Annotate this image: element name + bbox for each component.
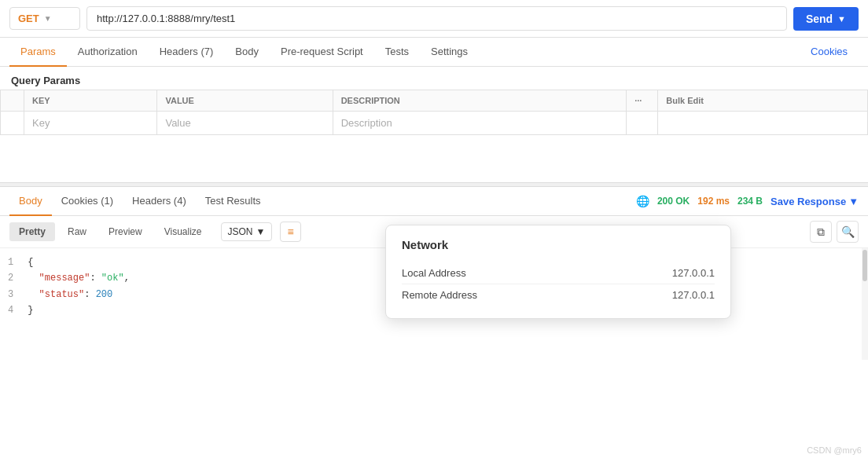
watermark: CSDN @mry6 (807, 445, 862, 455)
url-input[interactable] (86, 6, 787, 31)
key-placeholder[interactable]: Key (24, 112, 157, 135)
params-table: KEY VALUE DESCRIPTION ··· Bulk Edit Key … (0, 90, 868, 135)
tab-authorization[interactable]: Authorization (67, 38, 149, 67)
method-label: GET (18, 13, 39, 24)
save-response-chevron-icon: ▼ (848, 196, 859, 207)
url-bar: GET ▼ Send ▼ (0, 0, 868, 38)
response-tab-headers[interactable]: Headers (4) (123, 187, 196, 216)
col-description: DESCRIPTION (333, 90, 627, 112)
tab-params[interactable]: Params (9, 38, 67, 67)
status-size: 234 B (737, 196, 763, 207)
status-ok: 200 OK (657, 196, 690, 207)
remote-address-label: Remote Address (402, 289, 477, 301)
request-tabs-row: Params Authorization Headers (7) Body Pr… (0, 38, 868, 67)
col-key: KEY (24, 90, 157, 112)
json-label: JSON (228, 226, 253, 237)
tab-tests[interactable]: Tests (374, 38, 420, 67)
response-tab-cookies[interactable]: Cookies (1) (52, 187, 123, 216)
save-response-button[interactable]: Save Response ▼ (771, 196, 859, 207)
network-row-local: Local Address 127.0.0.1 (402, 262, 715, 284)
response-area: Body Cookies (1) Headers (4) Test Result… (0, 187, 868, 360)
send-chevron-icon: ▼ (837, 14, 846, 24)
tab-headers[interactable]: Headers (7) (149, 38, 225, 67)
status-time: 192 ms (697, 196, 730, 207)
send-button[interactable]: Send ▼ (793, 7, 859, 31)
local-address-value: 127.0.0.1 (672, 267, 715, 279)
response-tab-testresults[interactable]: Test Results (196, 187, 270, 216)
tab-cookies[interactable]: Cookies (800, 38, 859, 67)
format-preview-button[interactable]: Preview (99, 222, 152, 241)
send-label: Send (806, 13, 833, 25)
query-params-label: Query Params (0, 67, 868, 90)
local-address-label: Local Address (402, 267, 466, 279)
filter-button[interactable]: ≡ (280, 222, 300, 242)
response-body-actions: ⧉ 🔍 (810, 221, 859, 243)
tab-prerequest[interactable]: Pre-request Script (270, 38, 374, 67)
search-button[interactable]: 🔍 (837, 221, 859, 243)
response-status-area: 🌐 200 OK 192 ms 234 B Save Response ▼ (636, 195, 859, 207)
format-pretty-button[interactable]: Pretty (9, 222, 55, 241)
method-chevron-icon: ▼ (44, 14, 52, 23)
scrollbar-thumb (862, 250, 867, 281)
response-tab-body[interactable]: Body (9, 187, 52, 216)
json-format-selector[interactable]: JSON ▼ (221, 222, 273, 241)
response-tabs-row: Body Cookies (1) Headers (4) Test Result… (0, 187, 868, 216)
copy-button[interactable]: ⧉ (810, 221, 832, 243)
line-numbers: 1 2 3 4 (0, 255, 21, 354)
value-placeholder[interactable]: Value (157, 112, 333, 135)
format-visualize-button[interactable]: Visualize (155, 222, 211, 241)
network-row-remote: Remote Address 127.0.0.1 (402, 284, 715, 306)
tab-settings[interactable]: Settings (420, 38, 479, 67)
col-value: VALUE (157, 90, 333, 112)
bulk-edit-button[interactable]: Bulk Edit (658, 90, 868, 112)
method-selector[interactable]: GET ▼ (9, 7, 80, 30)
scrollbar[interactable] (862, 248, 868, 360)
network-popup: Network Local Address 127.0.0.1 Remote A… (385, 225, 731, 319)
col-actions: ··· (627, 90, 658, 112)
globe-icon[interactable]: 🌐 (636, 195, 649, 207)
request-spacer (0, 135, 868, 182)
remote-address-value: 127.0.0.1 (672, 289, 715, 301)
description-placeholder[interactable]: Description (333, 112, 627, 135)
format-raw-button[interactable]: Raw (58, 222, 96, 241)
network-popup-title: Network (402, 238, 715, 251)
json-chevron-icon: ▼ (256, 226, 266, 237)
tab-body[interactable]: Body (224, 38, 270, 67)
table-row: Key Value Description (1, 112, 868, 135)
